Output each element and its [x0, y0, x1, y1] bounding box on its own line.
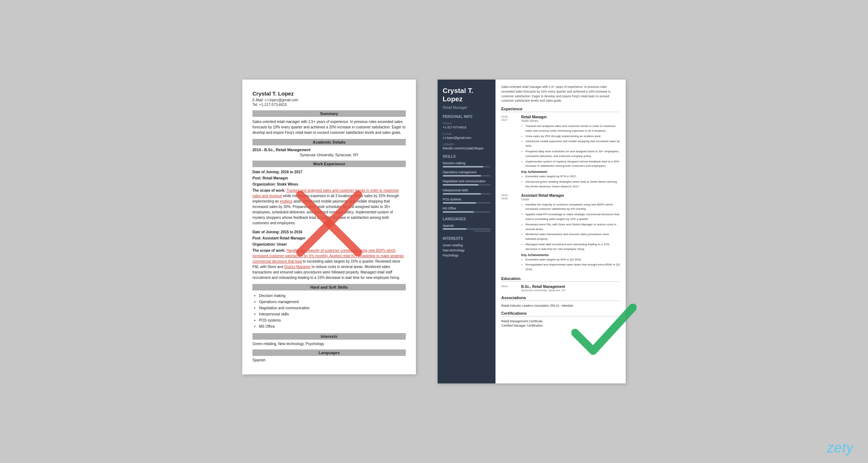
- left-work-header: Work Experience: [252, 161, 406, 167]
- left-skill-4: Interpersonal skills: [259, 311, 406, 317]
- right-name: Crystal T. Lopez: [443, 87, 490, 103]
- email-value: c.t.lopez@gmail.com: [443, 136, 490, 140]
- skill-3: Negotiation and communication: [443, 179, 490, 186]
- lang-spanish: Spanish Conversational: [443, 224, 490, 232]
- left-skills-header: Hard and Soft Skills: [252, 284, 406, 290]
- associations-title: Associations: [501, 296, 620, 301]
- left-job-1: Date of Joining: 2016 to 2017 Post: Reta…: [252, 169, 406, 226]
- left-job2-org: Organization: Unser: [252, 242, 287, 246]
- cert-1: Retail Management Certificate: [501, 319, 620, 323]
- left-lang-text: Spanish: [252, 358, 406, 362]
- exp2-details: Assistant Retail Manager Unser Handled t…: [521, 194, 620, 273]
- sidebar-interests-title: Interests: [443, 237, 490, 241]
- skill-5: POS systems: [443, 197, 490, 204]
- right-title: Retail Manager: [443, 106, 490, 110]
- left-academic-header: Academic Details: [252, 139, 406, 145]
- left-job1-org: Organization: Stokk Wines: [252, 182, 298, 186]
- left-job2-scope: The scope of work: Handled the majority …: [252, 248, 406, 280]
- left-degree: 2014 - B.Sc., Retail Management: [252, 148, 406, 152]
- linkedin-value: linkedin.com/in/crystal19lopez: [443, 146, 490, 150]
- sidebar-skills-title: Skills: [443, 154, 490, 158]
- left-job-2: Date of Joining: 2015 to 2016 Post: Assi…: [252, 229, 406, 280]
- left-job1-post: Post: Retail Manager: [252, 176, 288, 180]
- zety-logo: zety: [827, 440, 854, 456]
- exp1-bullets: Tracked and analyzed sales and customer …: [521, 124, 620, 169]
- page-container: Crystal T. Lopez E-Mail: c.t.lopez@gmail…: [228, 65, 640, 398]
- email-label: E-mail: [443, 132, 490, 136]
- left-school: Syracuse University, Syracuse, NY: [252, 153, 406, 157]
- left-job2-post: Post: Assistant Retail Manager: [252, 236, 305, 240]
- left-job2-dates: Date of Joining: 2015 to 2016: [252, 230, 302, 234]
- left-summary-text: Sales-oriented retail manager with 2,5+ …: [252, 119, 406, 135]
- cert-2: Certified Manager Certification: [501, 324, 620, 327]
- skill-6: MS Office: [443, 207, 490, 213]
- right-sidebar: Crystal T. Lopez Retail Manager Personal…: [438, 80, 495, 383]
- left-job1-scope: The scope of work: Tracked and analyzed …: [252, 188, 406, 226]
- skill-2: Operations management: [443, 170, 490, 177]
- left-skill-1: Decision making: [259, 293, 406, 299]
- left-skill-2: Operations management: [259, 299, 406, 305]
- left-interests-text: Green retailing, New technology, Psychol…: [252, 342, 406, 346]
- exp2-key-achievements: Exceeded sales targets by 30% in Q4 2016…: [521, 258, 620, 272]
- certifications-title: Certifications: [501, 311, 620, 317]
- education-section-title: Education: [501, 276, 620, 282]
- resume-right: Crystal T. Lopez Retail Manager Personal…: [438, 80, 626, 383]
- left-name: Crystal T. Lopez: [252, 90, 406, 97]
- assoc-1: Retail Industry Leaders Association (RIL…: [501, 304, 620, 307]
- exp-block-2: 2015 - 2016 Assistant Retail Manager Uns…: [501, 194, 620, 273]
- sidebar-personal-title: Personal Info: [443, 115, 490, 119]
- left-skill-3: Negotiation and communication: [259, 305, 406, 311]
- left-job1-dates: Date of Joining: 2016 to 2017: [252, 170, 302, 174]
- interest-2: New technology: [443, 249, 490, 252]
- phone-label: Phone: [443, 122, 490, 125]
- skill-4: Interpersonal skills: [443, 188, 490, 195]
- exp-block-1: 2016 - 2017 Retail Manager Stokk Wines T…: [501, 115, 620, 190]
- left-interests-header: Interests: [252, 333, 406, 340]
- exp1-details: Retail Manager Stokk Wines Tracked and a…: [521, 115, 620, 190]
- left-skill-6: MS Office: [259, 323, 406, 330]
- right-main-content: Sales-oriented retail manager with 2,5+ …: [495, 80, 626, 383]
- skill-1: Decision making: [443, 161, 490, 167]
- exp1-key-achievements: Exceeded sales targets by 97% in 2017. I…: [521, 174, 620, 189]
- edu-details: B.Sc., Retail Management Syracuse Univer…: [521, 285, 566, 292]
- right-summary: Sales-oriented retail manager with 2,5+ …: [501, 85, 620, 103]
- interest-3: Psychology: [443, 254, 490, 257]
- linkedin-label: LinkedIn: [443, 143, 490, 146]
- exp1-dates: 2016 - 2017: [501, 115, 518, 190]
- left-tel: Tel: +1-317-573-6615: [252, 103, 406, 107]
- left-skills-list: Decision making Operations management Ne…: [252, 293, 406, 330]
- exp2-bullets: Handled the majority of customer complai…: [521, 203, 620, 252]
- exp2-dates: 2015 - 2016: [501, 194, 518, 273]
- left-skill-5: POS systems: [259, 317, 406, 323]
- left-email: E-Mail: c.t.lopez@gmail.com: [252, 98, 406, 102]
- experience-section-title: Experience: [501, 107, 620, 112]
- left-lang-header: Languages: [252, 349, 406, 356]
- phone-value: +1-317-573-6615: [443, 126, 490, 129]
- resume-left: Crystal T. Lopez E-Mail: c.t.lopez@gmail…: [242, 80, 416, 374]
- edu-block-1: 2014 B.Sc., Retail Management Syracuse U…: [501, 285, 620, 292]
- sidebar-languages-title: Languages: [443, 217, 490, 221]
- left-summary-header: Summary: [252, 110, 406, 117]
- interest-1: Green retailing: [443, 243, 490, 247]
